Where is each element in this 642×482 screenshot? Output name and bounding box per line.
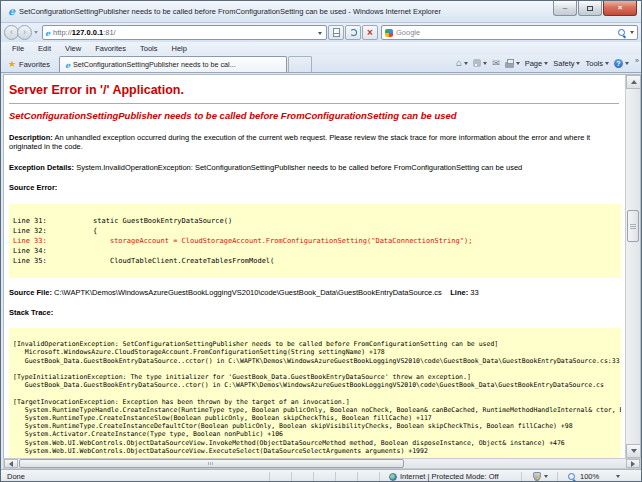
- security-zone: Internet | Protected Mode: Off: [389, 470, 499, 482]
- protection-icon: [533, 472, 541, 481]
- feed-icon: [473, 59, 481, 67]
- close-button[interactable]: ×: [603, 1, 637, 16]
- source-file-path: C:\WAPTK\Demos\WindowsAzureGuestBookLogg…: [54, 288, 442, 297]
- browser-window: e SetConfigurationSettingPublisher needs…: [0, 0, 642, 482]
- protection-dropdown[interactable]: [544, 475, 548, 478]
- safety-menu-label: Safety: [553, 59, 574, 68]
- scroll-right-icon: [631, 461, 635, 467]
- source-file-label: Source File:: [9, 288, 52, 297]
- menu-view[interactable]: View: [58, 44, 88, 53]
- read-mail-button[interactable]: ✉: [492, 59, 500, 68]
- line-label: Line:: [450, 288, 468, 297]
- help-icon: ?: [614, 59, 623, 68]
- description-text: An unhandled exception occurred during t…: [9, 133, 590, 151]
- vertical-scrollbar[interactable]: [625, 75, 640, 458]
- compatibility-view-button[interactable]: [328, 25, 344, 40]
- horizontal-scroll-thumb[interactable]: [19, 459, 404, 468]
- zoom-control[interactable]: 100%: [567, 470, 620, 482]
- zone-text: Internet | Protected Mode: Off: [400, 472, 499, 481]
- tab-bar: ★ Favorites e SetConfigurationSettingPub…: [1, 55, 641, 73]
- source-file-line: Source File: C:\WAPTK\Demos\WindowsAzure…: [9, 288, 619, 297]
- home-icon: ⌂: [456, 58, 462, 68]
- tab-title: SetConfigurationSettingPublisher needs t…: [73, 60, 236, 69]
- address-dropdown[interactable]: [316, 28, 324, 37]
- scroll-right-button[interactable]: [626, 459, 640, 468]
- title-bar: e SetConfigurationSettingPublisher needs…: [1, 1, 641, 23]
- url-host: 127.0.0.1: [72, 28, 103, 37]
- page-menu-button[interactable]: Page: [525, 59, 549, 68]
- maximize-button[interactable]: [578, 1, 602, 16]
- help-menu-button[interactable]: ?: [614, 59, 629, 68]
- maximize-icon: [587, 6, 593, 11]
- horizontal-scrollbar[interactable]: [3, 458, 641, 469]
- divider: [9, 103, 619, 104]
- commandbar-overflow-chevron[interactable]: »: [635, 57, 639, 64]
- internet-zone-icon: [389, 473, 397, 481]
- forward-button[interactable]: ›: [17, 25, 32, 40]
- print-button[interactable]: [505, 59, 520, 68]
- refresh-icon: [350, 29, 357, 36]
- protection-control[interactable]: [533, 470, 548, 482]
- page-viewport: Server Error in '/' Application. SetConf…: [3, 74, 641, 458]
- scroll-left-icon: [9, 461, 13, 467]
- zoom-icon: [567, 472, 577, 482]
- tools-menu-label: Tools: [585, 59, 603, 68]
- menu-tools[interactable]: Tools: [133, 44, 165, 53]
- search-icon[interactable]: [617, 28, 627, 38]
- code-line-highlighted: Line 33: storageAccount = CloudStorageAc…: [13, 237, 472, 245]
- menu-edit[interactable]: Edit: [31, 44, 58, 53]
- command-bar: ⌂ ✉ Page Safety Tools ?: [456, 54, 639, 72]
- zoom-dropdown[interactable]: [616, 475, 620, 478]
- scroll-down-button[interactable]: [626, 444, 641, 458]
- tools-menu-button[interactable]: Tools: [585, 59, 609, 68]
- description-line: Description: An unhandled exception occu…: [9, 133, 619, 152]
- navigation-bar: ‹ › e http://127.0.0.1:81/ × Google: [1, 23, 641, 42]
- scroll-left-button[interactable]: [4, 459, 18, 468]
- menu-help[interactable]: Help: [165, 44, 194, 53]
- feeds-button[interactable]: [473, 59, 487, 67]
- favorites-button[interactable]: ★ Favorites: [3, 57, 55, 72]
- search-provider-dropdown[interactable]: [630, 31, 634, 34]
- favorites-label: Favorites: [19, 60, 50, 69]
- minimize-button[interactable]: –: [553, 1, 577, 16]
- url-protocol: http://: [53, 28, 72, 37]
- safety-menu-button[interactable]: Safety: [553, 59, 580, 68]
- vertical-scroll-thumb[interactable]: [627, 210, 639, 242]
- google-logo-icon: [385, 29, 393, 37]
- page-favicon: e: [45, 29, 50, 37]
- scroll-up-icon: [631, 80, 637, 84]
- window-title: SetConfigurationSettingPublisher needs t…: [19, 7, 441, 16]
- browser-tab[interactable]: e SetConfigurationSettingPublisher needs…: [59, 56, 287, 72]
- new-tab-stub[interactable]: [288, 56, 312, 72]
- url-port: :81/: [103, 28, 116, 37]
- stop-button[interactable]: ×: [362, 25, 378, 40]
- stack-trace-heading: Stack Trace:: [9, 308, 619, 317]
- source-error-heading: Source Error:: [9, 183, 619, 192]
- scroll-down-icon: [631, 449, 637, 453]
- history-dropdown[interactable]: [34, 31, 38, 34]
- printer-icon: [505, 62, 514, 68]
- compatibility-view-icon: [333, 28, 340, 37]
- line-number: 33: [470, 288, 478, 297]
- refresh-button[interactable]: [345, 25, 361, 40]
- error-page: Server Error in '/' Application. SetConf…: [4, 75, 627, 458]
- code-lines-before: Line 31: static GuestBookEntryDataSource…: [13, 217, 232, 235]
- error-message-heading: SetConfigurationSettingPublisher needs t…: [9, 110, 619, 121]
- exception-details-label: Exception Details:: [9, 163, 74, 172]
- menu-file[interactable]: File: [5, 44, 31, 53]
- page-menu-label: Page: [525, 59, 543, 68]
- mail-icon: ✉: [492, 59, 500, 68]
- exception-details-line: Exception Details: System.InvalidOperati…: [9, 163, 619, 172]
- menu-favorites[interactable]: Favorites: [88, 44, 133, 53]
- home-button[interactable]: ⌂: [456, 58, 468, 68]
- status-text: Done: [7, 470, 25, 482]
- address-bar[interactable]: e http://127.0.0.1:81/: [42, 25, 327, 40]
- favorites-star-icon: ★: [8, 60, 16, 69]
- scroll-up-button[interactable]: [626, 75, 641, 89]
- source-error-code-box: Line 31: static GuestBookEntryDataSource…: [9, 204, 621, 278]
- code-lines-after: Line 34: Line 35: CloudTableClient.Creat…: [13, 247, 274, 265]
- search-input[interactable]: Google: [381, 25, 638, 40]
- exception-details-text: System.InvalidOperationException: SetCon…: [76, 163, 522, 172]
- status-bar: Done Internet | Protected Mode: Off 100%: [1, 469, 641, 482]
- page-title: Server Error in '/' Application.: [9, 83, 619, 97]
